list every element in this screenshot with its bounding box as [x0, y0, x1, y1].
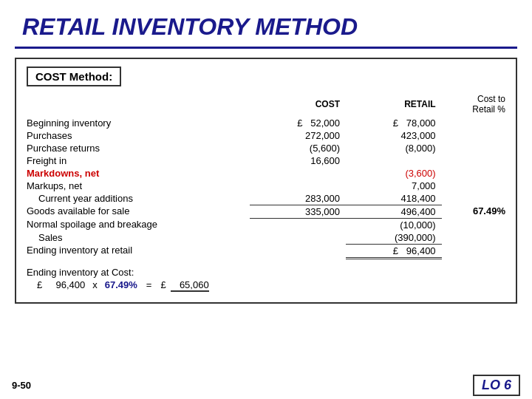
page-number: 9-50	[12, 380, 31, 391]
row-cost: 335,000	[250, 205, 346, 218]
footer-label: Ending inventory at Cost:	[27, 267, 505, 278]
table-row: Goods available for sale 335,000 496,400…	[27, 205, 505, 218]
eq-pound2: £	[160, 279, 166, 290]
table-row: Beginning inventory £ 52,000 £ 78,000	[27, 117, 505, 129]
lo-badge: LO 6	[473, 375, 520, 396]
row-retail: (8,000)	[346, 142, 442, 154]
table-row: Markups, net 7,000	[27, 180, 505, 192]
footer-equation: £ 96,400 x 67.49% = £ 65,060	[27, 279, 505, 292]
table-row: Purchases 272,000 423,000	[27, 129, 505, 142]
row-cost: 16,600	[250, 154, 346, 167]
row-label: Purchases	[27, 129, 250, 142]
row-retail: £ 96,400	[346, 244, 442, 258]
title-divider	[15, 47, 517, 49]
table-row: Ending inventory at retail £ 96,400	[27, 244, 505, 258]
row-retail: (10,000)	[346, 218, 442, 231]
col-header-cost: COST	[250, 94, 346, 117]
row-label: Goods available for sale	[27, 205, 250, 218]
eq-pound1: £	[37, 279, 42, 290]
row-retail: (390,000)	[346, 231, 442, 245]
table-row: Normal spoilage and breakage (10,000)	[27, 218, 505, 231]
row-cost: (5,600)	[250, 142, 346, 154]
eq-val1: 96,400	[47, 279, 85, 290]
pct-header-line1: Cost to	[477, 94, 505, 104]
content-box: COST Method: COST RETAIL Cost to Retail …	[15, 58, 517, 304]
table-row: Sales (390,000)	[27, 231, 505, 245]
row-retail: 423,000	[346, 129, 442, 142]
row-retail: 418,400	[346, 192, 442, 205]
row-retail	[346, 154, 442, 167]
row-label: Markups, net	[27, 180, 250, 192]
footer-section: Ending inventory at Cost: £ 96,400 x 67.…	[27, 267, 505, 292]
row-label: Purchase returns	[27, 142, 250, 154]
row-cost	[250, 231, 346, 245]
row-label: Beginning inventory	[27, 117, 250, 129]
row-cost: 272,000	[250, 129, 346, 142]
eq-equals: =	[146, 279, 152, 290]
row-cost: £ 52,000	[250, 117, 346, 129]
row-retail: £ 78,000	[346, 117, 442, 129]
pct-header-line2: Retail %	[472, 104, 505, 115]
cost-method-label: COST Method:	[27, 66, 121, 86]
row-cost	[250, 244, 346, 258]
table-row: Current year additions 283,000 418,400	[27, 192, 505, 205]
row-label: Sales	[27, 231, 250, 245]
row-retail: 7,000	[346, 180, 442, 192]
table-row: Purchase returns (5,600) (8,000)	[27, 142, 505, 154]
col-header-retail: RETAIL	[346, 94, 442, 117]
eq-val2: 65,060	[171, 279, 209, 292]
bottom-bar: 9-50 LO 6	[0, 372, 532, 399]
row-cost	[250, 218, 346, 231]
eq-x: x	[92, 279, 98, 290]
col-header-pct: Cost to Retail %	[442, 94, 505, 117]
row-label: Normal spoilage and breakage	[27, 218, 250, 231]
table-row: Freight in 16,600	[27, 154, 505, 167]
row-cost: 283,000	[250, 192, 346, 205]
row-label: Ending inventory at retail	[27, 244, 250, 258]
row-retail: 496,400	[346, 205, 442, 218]
row-cost	[250, 180, 346, 192]
table-row: Markdowns, net (3,600)	[27, 167, 505, 180]
row-cost	[250, 167, 346, 180]
row-label: Current year additions	[27, 192, 250, 205]
eq-pct: 67.49%	[105, 279, 137, 290]
row-label: Markdowns, net	[27, 167, 250, 180]
row-retail: (3,600)	[346, 167, 442, 180]
row-label: Freight in	[27, 154, 250, 167]
page-title: RETAIL INVENTORY METHOD	[0, 0, 532, 47]
